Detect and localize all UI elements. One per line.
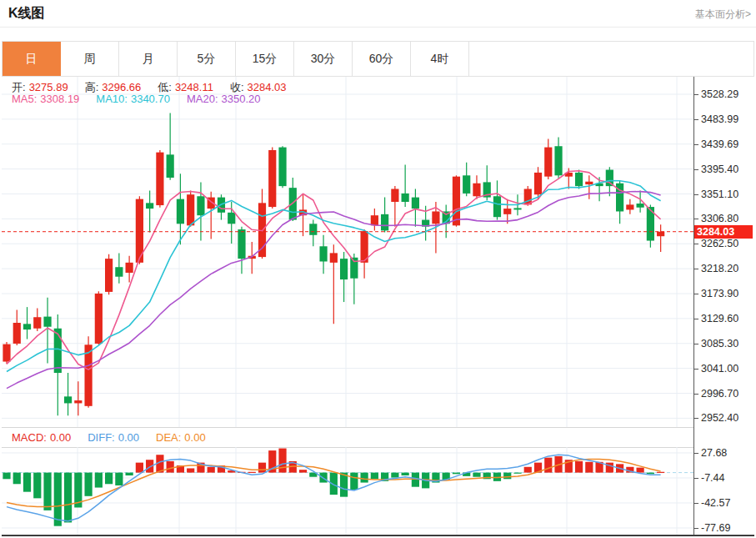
macd-bar bbox=[187, 468, 194, 472]
candle-body bbox=[391, 189, 398, 202]
price-tick-label: 3262.50 bbox=[701, 238, 738, 249]
macd-bar bbox=[115, 473, 123, 485]
candle-body bbox=[657, 232, 664, 236]
chart-bottom-border bbox=[2, 535, 754, 536]
candle-body bbox=[238, 229, 245, 259]
candle-body bbox=[43, 317, 51, 327]
macd-tick-label-dash bbox=[693, 453, 698, 454]
candle-body bbox=[534, 173, 542, 194]
ma-value-1: 3340.70 bbox=[131, 93, 170, 105]
macd-bar bbox=[524, 467, 532, 473]
macd-bar bbox=[503, 473, 511, 480]
candle-body bbox=[228, 213, 235, 224]
candle-body bbox=[23, 324, 31, 329]
price-tick-label: 3041.00 bbox=[701, 363, 738, 375]
macd-bar bbox=[258, 463, 266, 473]
candle-body bbox=[340, 259, 348, 279]
macd-label-1: DIFF: bbox=[88, 431, 115, 444]
macd-bar bbox=[637, 468, 644, 473]
tab-day[interactable]: 日 bbox=[3, 42, 61, 76]
price-tick-label-dash bbox=[693, 169, 698, 170]
macd-bar bbox=[248, 472, 256, 473]
candle-body bbox=[3, 344, 10, 362]
candle-body bbox=[54, 329, 62, 373]
macd-bar bbox=[84, 473, 92, 496]
ohlc-value-1: 3296.66 bbox=[102, 81, 141, 93]
price-tick-label: 3129.60 bbox=[701, 313, 738, 324]
fundamental-analysis-link[interactable]: 基本面分析> bbox=[695, 8, 751, 22]
macd-tick-label-dash bbox=[693, 503, 698, 504]
candle-body bbox=[606, 170, 613, 187]
price-tick-label: 3351.10 bbox=[701, 189, 738, 200]
period-tab-bar: 日周月5分15分30分60分4时 bbox=[2, 41, 754, 77]
candle-body bbox=[146, 203, 153, 209]
price-tick-label-dash bbox=[693, 94, 698, 95]
price-tick-label-dash bbox=[693, 194, 698, 195]
ma-label-2: MA20: bbox=[187, 93, 218, 105]
candle-body bbox=[453, 177, 460, 226]
price-tick-label-dash bbox=[693, 144, 698, 145]
tab-60min[interactable]: 60分 bbox=[353, 42, 411, 76]
macd-bar bbox=[13, 473, 21, 485]
candle-body bbox=[554, 146, 562, 175]
macd-value-2: 0.00 bbox=[184, 431, 205, 444]
candle-body bbox=[412, 198, 419, 209]
ma-value-2: 3350.20 bbox=[222, 93, 261, 105]
candle-body bbox=[473, 184, 480, 197]
tab-15min[interactable]: 15分 bbox=[236, 42, 294, 76]
tab-month[interactable]: 月 bbox=[119, 42, 178, 76]
macd-bar bbox=[33, 473, 41, 499]
candle-body bbox=[187, 194, 194, 225]
tab-5min[interactable]: 5分 bbox=[178, 42, 236, 76]
price-tick-label-dash bbox=[693, 344, 698, 344]
macd-tick-label-dash bbox=[693, 528, 698, 529]
price-tick-label-dash bbox=[693, 319, 698, 319]
candle-body bbox=[626, 204, 633, 209]
macd-bar bbox=[95, 473, 103, 488]
candle-body bbox=[637, 204, 644, 208]
candle-body bbox=[330, 253, 338, 262]
candle-body bbox=[513, 208, 521, 209]
macd-bar bbox=[473, 473, 480, 477]
page-title: K线图 bbox=[8, 5, 45, 23]
price-tick-label: 3306.80 bbox=[701, 213, 738, 224]
tab-4hour[interactable]: 4时 bbox=[411, 42, 469, 76]
candle-body bbox=[309, 224, 317, 234]
ohlc-label-1: 高: bbox=[85, 81, 99, 93]
price-tick-label: 2996.70 bbox=[701, 388, 738, 400]
macd-bar bbox=[657, 472, 664, 473]
candle-body bbox=[197, 196, 204, 215]
macd-tick-label: -7.44 bbox=[701, 472, 725, 484]
tab-week[interactable]: 周 bbox=[61, 42, 119, 76]
candle-body bbox=[371, 215, 378, 225]
candle-body bbox=[585, 182, 593, 184]
price-tick-label-dash bbox=[693, 418, 698, 419]
macd-bar bbox=[513, 473, 521, 474]
candle-body bbox=[575, 173, 583, 186]
price-tick-label-dash bbox=[693, 369, 698, 370]
price-tick-label: 3483.99 bbox=[701, 113, 738, 125]
macd-bar bbox=[575, 461, 583, 473]
price-tick-label-dash bbox=[693, 394, 698, 395]
tab-bar-filler bbox=[469, 42, 753, 76]
macd-bar bbox=[23, 473, 31, 492]
macd-bar bbox=[585, 462, 593, 473]
price-tick-label: 3439.69 bbox=[701, 138, 738, 150]
macd-bar bbox=[43, 473, 51, 510]
candle-body bbox=[278, 148, 286, 187]
last-price-badge: 3284.03 bbox=[694, 225, 753, 239]
ma-value-0: 3308.19 bbox=[40, 93, 79, 105]
macd-tick-label: 27.68 bbox=[701, 447, 727, 459]
main-candlestick-chart[interactable] bbox=[2, 77, 693, 427]
tab-30min[interactable]: 30分 bbox=[294, 42, 353, 76]
macd-chart[interactable] bbox=[2, 447, 693, 535]
price-tick-label-dash bbox=[693, 294, 698, 294]
macd-bar bbox=[371, 473, 378, 480]
ma-legend: MA5:3308.19MA10:3340.70MA20:3350.20 bbox=[12, 93, 278, 105]
macd-tick-label-dash bbox=[693, 478, 698, 479]
candle-body bbox=[105, 259, 113, 292]
ohlc-value-3: 3284.03 bbox=[248, 81, 287, 93]
candle-body bbox=[167, 154, 174, 178]
candle-body bbox=[503, 209, 511, 214]
ohlc-label-0: 开: bbox=[12, 81, 26, 93]
